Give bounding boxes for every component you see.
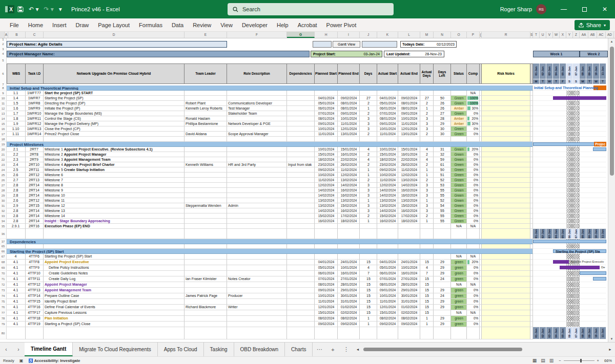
cell-ps[interactable]: 14/02/2024 <box>315 193 338 198</box>
cell-dl[interactable]: 29 <box>434 322 451 327</box>
cell-dep[interactable] <box>287 305 315 310</box>
cell-pe[interactable]: 13/01/2024 <box>338 132 360 137</box>
cell-cp[interactable]: 0% <box>467 167 480 173</box>
cell-task[interactable]: Prepare Outline Case <box>44 293 184 299</box>
minimize-button[interactable]: — <box>554 0 574 18</box>
cell-dep[interactable] <box>287 310 315 316</box>
cell-pe[interactable]: 09/01/2024 <box>338 111 360 116</box>
scroll-down-icon[interactable]: ▼ <box>608 336 615 342</box>
cell-cp[interactable] <box>467 327 480 339</box>
row-header[interactable]: 33 <box>0 213 7 219</box>
macro-record-icon[interactable]: ▣ <box>19 358 24 363</box>
cell-ae[interactable]: 17/02/2024 <box>398 213 420 219</box>
cell-st[interactable]: Green <box>451 132 467 137</box>
column-header-W[interactable]: W <box>553 32 560 38</box>
cell-st[interactable]: Green <box>451 173 467 178</box>
column-header-H[interactable]: H <box>315 32 338 38</box>
cell-id[interactable]: 2RT14 <box>26 188 44 193</box>
cell-as2[interactable]: 11/01/2024 <box>377 132 398 137</box>
cell-dep[interactable] <box>287 299 315 305</box>
cell-ps[interactable]: 13/02/2024 <box>315 198 338 203</box>
cell-ps[interactable]: 14/02/2024 <box>315 188 338 193</box>
cell-pe[interactable]: 10/01/2024 <box>338 265 360 271</box>
vertical-scrollbar[interactable]: ▲ ▼ <box>608 38 615 342</box>
cell-task[interactable]: Start the project (SP) START <box>44 91 184 96</box>
cell-ae[interactable]: 16/02/2024 <box>398 188 420 193</box>
column-header-X[interactable]: X <box>560 32 566 38</box>
cell-dep[interactable] <box>287 219 315 224</box>
header-risk-notes[interactable]: Risk Notes <box>482 63 530 84</box>
cell-ad[interactable]: 2 <box>420 132 434 137</box>
cell-dl[interactable]: 52 <box>434 178 451 183</box>
cell-pe[interactable]: 08/01/2024 <box>338 101 360 106</box>
cell-wbs[interactable]: 4.1 <box>7 276 26 282</box>
cell-st[interactable]: Green <box>451 162 467 167</box>
cell-pe[interactable]: 22/02/2024 <box>338 157 360 162</box>
cell-id[interactable]: 2RT16 <box>26 224 44 229</box>
cell-risk[interactable] <box>482 208 530 213</box>
cell-lead[interactable] <box>184 254 227 260</box>
cell-risk[interactable] <box>482 305 530 310</box>
cell-as2[interactable]: 14/02/2024 <box>377 188 398 193</box>
cell-ae[interactable]: 09/02/2024 <box>398 96 420 101</box>
column-header-C[interactable]: C <box>26 32 44 38</box>
vertical-scrollbar-thumb[interactable] <box>610 47 614 176</box>
cell-dl[interactable]: 50 <box>434 96 451 101</box>
cell-dep[interactable]: Input from stak <box>287 162 315 167</box>
cell-id[interactable]: 2RT15 <box>26 203 44 208</box>
cell-ae[interactable]: 11/02/2024 <box>398 167 420 173</box>
cell-st[interactable]: green <box>451 293 467 299</box>
cell-risk[interactable] <box>482 224 530 229</box>
avatar[interactable]: RS <box>536 4 546 14</box>
cell-lead[interactable] <box>184 282 227 288</box>
ribbon-tab-acrobat[interactable]: Acrobat <box>293 18 322 32</box>
column-header-AA[interactable]: AA <box>580 32 588 38</box>
cell-d[interactable] <box>360 254 377 260</box>
more-sheets-button[interactable]: ⋯ <box>313 342 326 356</box>
cell-as2[interactable]: 07/01/2024 <box>377 111 398 116</box>
header-dependencies[interactable]: Dependencies <box>287 63 315 84</box>
cell-d[interactable]: 1 <box>360 322 377 327</box>
cell-dep[interactable] <box>287 208 315 213</box>
cell-risk[interactable] <box>482 193 530 198</box>
cell-st[interactable] <box>451 91 467 96</box>
cell-cp[interactable]: 0% <box>467 152 480 157</box>
cell-ad[interactable]: 2 <box>420 162 434 167</box>
cell-cp[interactable]: 20% <box>467 116 480 121</box>
cell-task[interactable]: Prince2 Project Close <box>44 132 184 137</box>
cell-id[interactable]: 2RT13 <box>26 178 44 183</box>
cell-dep[interactable] <box>287 213 315 219</box>
cell-dep[interactable] <box>287 173 315 178</box>
header-days-left[interactable]: Days Left <box>434 63 451 84</box>
cell-role[interactable] <box>227 157 287 162</box>
cell-ae[interactable]: 24/01/2024 <box>398 260 420 265</box>
column-header-Z[interactable]: Z <box>573 32 580 38</box>
cell-ad[interactable]: 3 <box>420 203 434 208</box>
cell-dl[interactable]: 27 <box>434 111 451 116</box>
header-planned-start[interactable]: Planned Start <box>315 63 338 84</box>
cell-as2[interactable] <box>377 254 398 260</box>
cell-ae[interactable] <box>398 229 420 239</box>
cell-d[interactable]: 1 <box>360 219 377 224</box>
ribbon-tab-insert[interactable]: Insert <box>48 18 71 32</box>
cell-ad[interactable]: 1 <box>420 198 434 203</box>
cell-wbs[interactable]: 4.1 <box>7 322 26 327</box>
cell-lead[interactable]: James Patrick Page <box>184 293 227 299</box>
cell-task[interactable]: Close the Project (CP) <box>44 126 184 132</box>
row-header[interactable]: 28 <box>0 188 7 193</box>
cell-cp[interactable]: 100% <box>467 96 480 101</box>
cell-d[interactable]: 15 <box>360 276 377 282</box>
row-header[interactable]: 34 <box>0 219 7 224</box>
cell-dl[interactable]: 29 <box>434 288 451 293</box>
sheet-tab-apps-to-cloud[interactable]: Apps To Cloud <box>158 342 204 356</box>
cell-d[interactable]: 15 <box>360 310 377 316</box>
cell-as2[interactable]: 09/01/2024 <box>377 288 398 293</box>
cell-dep[interactable] <box>287 178 315 183</box>
cell-dep[interactable] <box>287 101 315 106</box>
cell-pe[interactable]: 31/01/2024 <box>338 299 360 305</box>
cell-ae[interactable]: 13/02/2024 <box>398 198 420 203</box>
cell-pe[interactable]: 16/02/2024 <box>338 193 360 198</box>
cell-ps[interactable]: 15/02/2024 <box>315 213 338 219</box>
cell-task[interactable]: Plan Initiation <box>44 316 184 322</box>
row-header[interactable]: 67 <box>0 254 7 260</box>
